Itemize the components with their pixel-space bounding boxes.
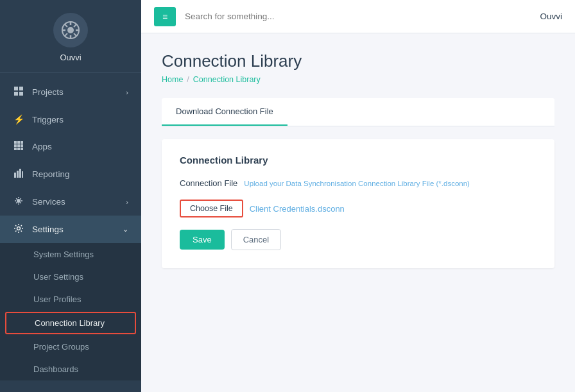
connection-file-label: Connection File (180, 178, 237, 188)
svg-rect-12 (14, 148, 17, 150)
sidebar-item-settings[interactable]: Settings ⌄ (0, 216, 141, 243)
breadcrumb-current: Connection Library (193, 75, 261, 84)
sidebar-item-projects[interactable]: Projects › (0, 78, 141, 106)
file-input-row: Choose File Client Credentials.dsconn (180, 200, 536, 217)
svg-rect-2 (14, 87, 18, 90)
sub-nav-user-profiles-label: User Profiles (33, 294, 81, 304)
svg-rect-13 (17, 148, 20, 150)
settings-chevron-icon: ⌄ (123, 225, 128, 234)
page-title: Connection Library (162, 51, 554, 71)
topbar-user: Ouvvi (540, 12, 562, 21)
services-chevron-icon: › (126, 198, 128, 206)
sub-nav-item-project-groups[interactable]: Project Groups (0, 336, 141, 358)
apps-icon (13, 141, 24, 152)
svg-rect-18 (22, 171, 23, 178)
svg-rect-5 (19, 92, 23, 96)
sidebar-item-triggers[interactable]: ⚡ Triggers (0, 106, 141, 133)
svg-rect-17 (19, 169, 21, 178)
sidebar-nav: Projects › ⚡ Triggers Apps Reporting (0, 73, 141, 392)
svg-point-1 (67, 27, 74, 33)
sidebar-item-projects-label: Projects (32, 87, 64, 97)
sidebar-item-reporting[interactable]: Reporting (0, 160, 141, 188)
tab-bar: Download Connection File (162, 98, 554, 126)
sidebar-item-apps-label: Apps (32, 142, 52, 151)
file-name-display: Client Credentials.dsconn (250, 204, 345, 214)
svg-point-19 (17, 199, 21, 203)
sidebar-username: Ouvvi (60, 53, 81, 62)
chevron-right-icon: › (126, 89, 128, 96)
breadcrumb-home[interactable]: Home (162, 75, 183, 84)
svg-rect-8 (21, 141, 23, 144)
svg-rect-9 (14, 144, 17, 147)
sidebar-logo: Ouvvi (0, 0, 141, 73)
choose-file-button[interactable]: Choose File (180, 200, 243, 217)
svg-rect-7 (17, 141, 20, 144)
svg-rect-10 (17, 144, 20, 147)
sub-nav-project-groups-label: Project Groups (33, 342, 89, 352)
sidebar-item-settings-label: Settings (32, 225, 64, 234)
sidebar-item-services[interactable]: Services › (0, 188, 141, 216)
search-input[interactable] (185, 12, 540, 21)
svg-rect-4 (14, 92, 18, 96)
card-title: Connection Library (180, 155, 536, 166)
sub-nav-user-settings-label: User Settings (33, 272, 83, 282)
topbar: ≡ Ouvvi (141, 0, 575, 33)
breadcrumb: Home / Connection Library (162, 75, 554, 84)
connection-file-hint: Upload your Data Synchronisation Connect… (244, 180, 470, 187)
form-actions: Save Cancel (180, 229, 536, 250)
svg-rect-16 (17, 171, 19, 178)
connection-file-row: Connection File Upload your Data Synchro… (180, 178, 536, 188)
services-icon (13, 196, 24, 207)
logo-icon (53, 13, 88, 47)
tab-download-connection-file[interactable]: Download Connection File (162, 98, 288, 126)
tab-download-label: Download Connection File (176, 107, 273, 116)
sub-nav-item-system-settings[interactable]: System Settings (0, 243, 141, 266)
sub-nav-item-user-settings[interactable]: User Settings (0, 266, 141, 288)
bar-chart-icon (13, 169, 24, 180)
svg-rect-6 (14, 141, 17, 144)
save-button[interactable]: Save (180, 230, 225, 250)
sub-nav-item-user-profiles[interactable]: User Profiles (0, 288, 141, 311)
hamburger-icon: ≡ (162, 12, 167, 22)
grid-icon (13, 87, 24, 98)
sub-nav-connection-library-label: Connection Library (35, 318, 105, 328)
sidebar-item-apps[interactable]: Apps (0, 133, 141, 160)
sub-nav-system-settings-label: System Settings (33, 250, 94, 259)
sidebar-item-reporting-label: Reporting (32, 169, 70, 179)
bolt-icon: ⚡ (13, 114, 24, 124)
menu-toggle-button[interactable]: ≡ (154, 7, 176, 26)
svg-rect-11 (21, 144, 23, 147)
cancel-button[interactable]: Cancel (231, 229, 281, 250)
page-content: Connection Library Home / Connection Lib… (141, 33, 575, 392)
sidebar: Ouvvi Projects › ⚡ Triggers Apps (0, 0, 141, 392)
sidebar-item-triggers-label: Triggers (32, 115, 64, 124)
svg-rect-14 (21, 148, 23, 150)
settings-sub-nav: System Settings User Settings User Profi… (0, 243, 141, 380)
connection-library-card: Connection Library Connection File Uploa… (162, 139, 554, 268)
svg-rect-15 (14, 173, 16, 178)
sub-nav-dashboards-label: Dashboards (33, 364, 78, 374)
sub-nav-item-connection-library[interactable]: Connection Library (5, 312, 136, 334)
breadcrumb-separator: / (187, 75, 189, 84)
settings-icon (13, 224, 24, 235)
svg-point-20 (17, 227, 21, 230)
sidebar-item-services-label: Services (32, 197, 65, 207)
svg-rect-3 (19, 87, 23, 90)
sub-nav-item-dashboards[interactable]: Dashboards (0, 358, 141, 380)
main-area: ≡ Ouvvi Connection Library Home / Connec… (141, 0, 575, 392)
